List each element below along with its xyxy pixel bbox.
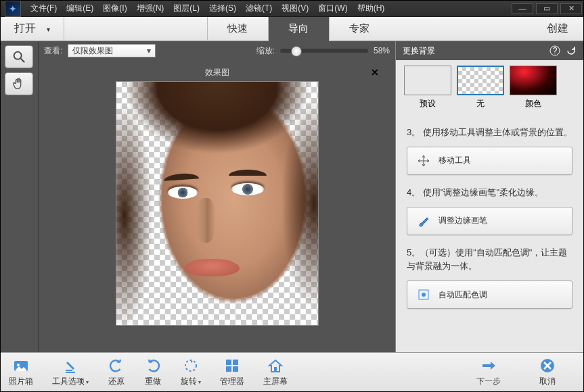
zoom-tool[interactable] — [5, 45, 33, 68]
organizer-button[interactable]: 管理器 — [220, 357, 244, 387]
svg-line-1 — [21, 59, 25, 63]
svg-rect-13 — [226, 366, 231, 372]
bg-preset-thumb[interactable] — [404, 66, 451, 95]
menu-file[interactable]: 文件(F) — [30, 3, 57, 14]
hand-tool[interactable] — [5, 72, 33, 95]
rotate-button[interactable]: 旋转 — [181, 357, 201, 387]
view-label: 查看: — [44, 45, 62, 57]
step3-text: 3。 使用移动工具调整主体或背景的位置。 — [407, 126, 572, 140]
create-button[interactable]: 创建 — [532, 22, 583, 36]
canvas[interactable] — [116, 81, 319, 326]
close-button[interactable]: ✕ — [560, 3, 582, 14]
view-combo[interactable]: 仅限效果图 — [68, 44, 156, 57]
menu-view[interactable]: 视图(V) — [282, 3, 309, 14]
svg-rect-14 — [233, 366, 238, 372]
menu-select[interactable]: 选择(S) — [209, 3, 236, 14]
tab-expert[interactable]: 专家 — [329, 17, 390, 41]
preview-title: 效果图 — [205, 68, 229, 77]
tone-icon — [417, 288, 430, 301]
brush-icon — [417, 214, 430, 228]
undo-button[interactable]: 还原 — [108, 357, 125, 387]
panel-title: 更换背景 — [403, 45, 435, 57]
cancel-button[interactable]: 取消 — [539, 357, 556, 387]
home-button[interactable]: 主屏幕 — [263, 357, 288, 387]
minimize-button[interactable]: — — [512, 3, 533, 14]
svg-text:?: ? — [553, 46, 558, 55]
photo-bin-button[interactable]: 照片箱 — [9, 357, 33, 387]
move-icon — [417, 154, 430, 168]
svg-point-0 — [14, 52, 22, 59]
help-icon[interactable]: ? — [549, 45, 560, 56]
svg-point-5 — [422, 293, 426, 297]
zoom-label: 缩放: — [256, 45, 275, 57]
thumb-label-none: 无 — [476, 98, 485, 109]
menu-window[interactable]: 窗口(W) — [318, 3, 347, 14]
bg-none-thumb[interactable] — [457, 66, 504, 95]
app-logo: ✦ — [5, 1, 21, 17]
next-button[interactable]: 下一步 — [476, 357, 501, 387]
auto-match-tone-button[interactable]: 自动匹配色调 — [407, 280, 572, 309]
thumb-label-preset: 预设 — [420, 98, 436, 109]
svg-rect-11 — [226, 360, 231, 365]
menu-edit[interactable]: 编辑(E) — [66, 3, 93, 14]
tool-options-button[interactable]: 工具选项 — [52, 357, 89, 387]
thumb-label-color: 颜色 — [525, 98, 541, 109]
svg-point-7 — [17, 364, 20, 366]
step4-text: 4。 使用"调整边缘画笔"柔化边缘。 — [407, 186, 572, 200]
close-preview-icon[interactable]: ✕ — [371, 67, 379, 78]
maximize-button[interactable]: ▭ — [536, 3, 558, 14]
separator — [64, 17, 64, 41]
zoom-slider[interactable] — [280, 49, 368, 53]
tab-quick[interactable]: 快速 — [207, 17, 268, 41]
reset-icon[interactable] — [566, 45, 577, 56]
zoom-value: 58% — [374, 46, 390, 55]
menu-help[interactable]: 帮助(H) — [357, 3, 385, 14]
svg-rect-12 — [233, 360, 238, 365]
refine-edge-button[interactable]: 调整边缘画笔 — [407, 207, 572, 235]
svg-rect-15 — [274, 367, 277, 372]
menu-image[interactable]: 图像(I) — [103, 3, 127, 14]
redo-button[interactable]: 重做 — [144, 357, 162, 387]
bg-color-thumb[interactable] — [510, 66, 557, 95]
step5-text: 5。（可选）使用"自动匹配色调"，让主题与背景融为一体。 — [407, 246, 572, 274]
move-tool-button[interactable]: 移动工具 — [407, 147, 572, 175]
menu-enhance[interactable]: 增强(N) — [137, 3, 164, 14]
tab-guided[interactable]: 导向 — [268, 17, 329, 41]
menu-filter[interactable]: 滤镜(T) — [246, 3, 272, 14]
open-dropdown[interactable]: 打开 — [1, 22, 64, 36]
menu-layer[interactable]: 图层(L) — [173, 3, 200, 14]
